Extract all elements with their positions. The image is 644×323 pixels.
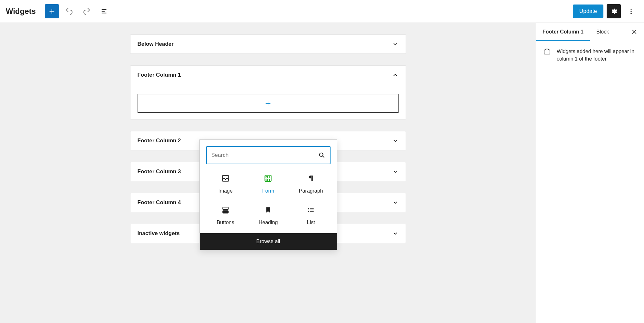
svg-line-11 — [322, 156, 324, 157]
widget-area-title: Below Header — [138, 41, 174, 47]
chevron-down-icon — [392, 230, 399, 237]
more-menu-button[interactable] — [624, 4, 638, 18]
chevron-down-icon — [392, 199, 399, 206]
widget-area-title: Inactive widgets — [138, 230, 180, 237]
add-block-button[interactable] — [45, 4, 59, 18]
kebab-icon — [628, 8, 635, 15]
settings-button[interactable] — [607, 4, 621, 18]
block-type-label: Buttons — [217, 220, 234, 225]
sidebar-tab-label: Footer Column 1 — [543, 29, 583, 35]
svg-point-26 — [308, 211, 309, 212]
block-type-label: Paragraph — [299, 188, 323, 194]
update-button[interactable]: Update — [573, 5, 603, 18]
block-type-list[interactable]: List — [290, 205, 332, 225]
undo-button[interactable] — [62, 4, 76, 18]
svg-point-22 — [308, 208, 309, 209]
search-icon — [318, 152, 325, 159]
chevron-down-icon — [392, 138, 399, 144]
plus-icon — [264, 100, 272, 107]
chevron-down-icon — [392, 41, 399, 47]
sidebar-tab-block[interactable]: Block — [590, 23, 615, 41]
list-view-icon — [101, 8, 108, 15]
top-toolbar: Widgets Update — [0, 0, 644, 23]
widget-area-footer-column-1: Footer Column 1 — [130, 65, 406, 119]
sidebar-tabs: Footer Column 1 Block — [536, 23, 644, 41]
close-icon — [631, 29, 638, 35]
sidebar-tab-label: Block — [596, 29, 609, 35]
svg-point-6 — [630, 11, 632, 12]
block-type-label: Form — [262, 188, 274, 194]
page-title: Widgets — [6, 7, 36, 16]
block-type-label: List — [307, 220, 315, 225]
add-block-placeholder[interactable] — [138, 94, 399, 113]
form-icon — [264, 174, 272, 183]
svg-rect-21 — [223, 211, 228, 213]
widget-area-body — [130, 84, 406, 119]
block-type-paragraph[interactable]: Paragraph — [290, 174, 332, 194]
widget-area-title: Footer Column 3 — [138, 168, 181, 175]
buttons-icon — [221, 205, 230, 214]
redo-button[interactable] — [80, 4, 94, 18]
image-icon — [221, 174, 230, 183]
inserter-search-input[interactable] — [211, 152, 315, 158]
list-icon — [307, 205, 315, 214]
block-inserter-popup: Image Form Paragraph Buttons Heading — [199, 139, 337, 250]
inserter-grid: Image Form Paragraph Buttons Heading — [200, 171, 337, 233]
block-type-heading[interactable]: Heading — [247, 205, 290, 225]
block-type-form[interactable]: Form — [247, 174, 290, 194]
chevron-down-icon — [392, 168, 399, 175]
widget-area-title: Footer Column 2 — [138, 138, 181, 144]
svg-rect-17 — [266, 179, 268, 181]
widget-area-icon — [543, 48, 551, 62]
list-view-button[interactable] — [97, 4, 111, 18]
sidebar-description: Widgets added here will appear in column… — [536, 41, 644, 69]
svg-point-10 — [319, 153, 323, 157]
browse-all-button[interactable]: Browse all — [200, 233, 337, 250]
widget-area-toggle[interactable]: Footer Column 1 — [130, 66, 406, 84]
svg-rect-12 — [222, 176, 229, 181]
chevron-up-icon — [392, 72, 399, 78]
block-type-label: Image — [218, 188, 233, 194]
widget-area-title: Footer Column 1 — [138, 72, 181, 78]
gear-icon — [610, 8, 617, 15]
heading-icon — [264, 205, 272, 214]
widget-area-title: Footer Column 4 — [138, 199, 181, 206]
undo-icon — [65, 7, 73, 15]
widget-areas-canvas: Below Header Footer Column 1 — [0, 23, 536, 323]
block-type-image[interactable]: Image — [204, 174, 247, 194]
svg-rect-20 — [223, 207, 228, 210]
redo-icon — [83, 7, 91, 15]
svg-point-5 — [630, 9, 632, 10]
settings-sidebar: Footer Column 1 Block Widgets added here… — [536, 23, 644, 323]
paragraph-icon — [307, 174, 315, 183]
browse-all-label: Browse all — [256, 239, 280, 244]
svg-rect-30 — [544, 50, 550, 54]
widget-area-below-header: Below Header — [130, 34, 406, 54]
widget-area-toggle[interactable]: Below Header — [130, 35, 406, 53]
sidebar-tab-area[interactable]: Footer Column 1 — [536, 23, 590, 41]
sidebar-description-text: Widgets added here will appear in column… — [557, 48, 637, 62]
block-type-buttons[interactable]: Buttons — [204, 205, 247, 225]
plus-icon — [48, 8, 55, 15]
inserter-search[interactable] — [206, 146, 331, 164]
block-type-label: Heading — [259, 220, 278, 225]
sidebar-close-button[interactable] — [627, 24, 642, 40]
update-button-label: Update — [579, 8, 597, 14]
svg-rect-14 — [266, 176, 268, 178]
svg-point-7 — [630, 13, 632, 14]
main: Below Header Footer Column 1 — [0, 23, 644, 323]
